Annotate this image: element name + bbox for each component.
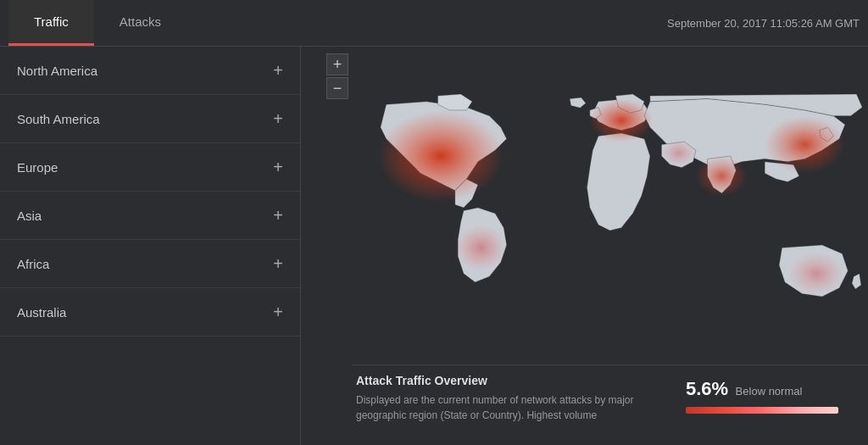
heatmap-india (696, 156, 748, 196)
region-north-america[interactable]: North America + (0, 47, 300, 95)
region-europe[interactable]: Europe + (0, 143, 300, 192)
heatmap-east-asia (765, 116, 845, 174)
map-container: + − (301, 47, 868, 445)
zoom-out-button[interactable]: − (326, 77, 348, 99)
tab-attacks[interactable]: Attacks (94, 0, 186, 46)
heatmap-middle-east (661, 141, 696, 166)
traffic-status-label: Below normal (736, 385, 803, 398)
traffic-status-line: 5.6% Below normal (686, 378, 855, 400)
expand-south-america-icon[interactable]: + (273, 110, 283, 127)
region-south-america[interactable]: South America + (0, 95, 300, 143)
traffic-status: 5.6% Below normal (686, 374, 855, 414)
region-asia[interactable]: Asia + (0, 192, 300, 240)
expand-asia-icon[interactable]: + (273, 207, 283, 224)
heatmap-north-america (377, 110, 504, 202)
region-label: Europe (17, 160, 58, 175)
region-label: North America (17, 64, 97, 78)
timestamp: September 20, 2017 11:05:26 AM GMT (667, 17, 860, 30)
heatmap-south-america (455, 225, 507, 270)
traffic-percent: 5.6% (686, 378, 728, 399)
region-label: Africa (17, 257, 49, 271)
attack-info-description: Displayed are the current number of netw… (356, 392, 669, 423)
region-label: Australia (17, 305, 66, 320)
attack-info-title: Attack Traffic Overview (356, 374, 669, 387)
tab-traffic[interactable]: Traffic (8, 0, 94, 46)
zoom-in-button[interactable]: + (326, 53, 348, 75)
header: Traffic Attacks September 20, 2017 11:05… (0, 0, 868, 47)
tab-attacks-label: Attacks (120, 14, 161, 29)
region-label: South America (17, 112, 100, 126)
tab-traffic-label: Traffic (34, 14, 69, 29)
expand-australia-icon[interactable]: + (273, 303, 283, 320)
attack-info: Attack Traffic Overview Displayed are th… (356, 374, 669, 423)
bottom-bar: Attack Traffic Overview Displayed are th… (352, 364, 868, 445)
region-label: Asia (17, 209, 42, 223)
region-africa[interactable]: Africa + (0, 240, 300, 288)
expand-africa-icon[interactable]: + (273, 255, 283, 272)
world-map (352, 51, 868, 364)
heatmap-australia (787, 252, 845, 295)
traffic-bar (686, 407, 838, 414)
expand-north-america-icon[interactable]: + (273, 62, 283, 79)
sidebar: North America + South America + Europe +… (0, 47, 301, 445)
heatmap-europe (590, 98, 653, 142)
main-content: North America + South America + Europe +… (0, 47, 868, 445)
region-australia[interactable]: Australia + (0, 288, 300, 337)
expand-europe-icon[interactable]: + (273, 159, 283, 175)
zoom-controls: + − (326, 53, 348, 99)
tab-group: Traffic Attacks (8, 0, 186, 46)
